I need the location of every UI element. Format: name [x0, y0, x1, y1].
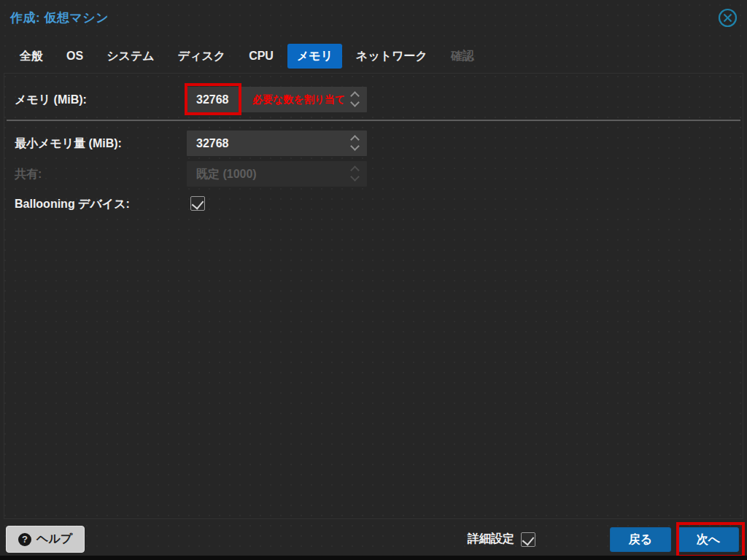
ballooning-checkbox[interactable]: [190, 196, 205, 211]
memory-label: メモリ (MiB):: [15, 87, 87, 112]
section-divider: [7, 120, 740, 121]
red-highlight-next-button: [676, 522, 745, 558]
min-memory-stepper[interactable]: [349, 131, 362, 156]
dialog-header: 作成: 仮想マシン: [0, 0, 747, 38]
tab-os[interactable]: OS: [57, 44, 93, 69]
create-vm-dialog: 作成: 仮想マシン 全般 OS システム ディスク CPU メモリ ネットワーク…: [0, 0, 747, 560]
memory-form-panel: メモリ (MiB): 32768 必要な数を割り当て 最小メモリ量 (MiB):…: [4, 73, 743, 519]
min-memory-row: 最小メモリ量 (MiB): 32768: [11, 131, 736, 156]
tab-cpu[interactable]: CPU: [239, 44, 283, 69]
help-button[interactable]: ? ヘルプ: [6, 526, 85, 553]
shares-row: 共有: 既定 (1000): [11, 161, 736, 187]
stepper-down-icon[interactable]: [350, 141, 360, 151]
wizard-tabbar: 全般 OS システム ディスク CPU メモリ ネットワーク 確認: [10, 43, 737, 69]
stepper-down-icon: [350, 172, 360, 182]
back-button[interactable]: 戻る: [610, 527, 671, 552]
dialog-title: 作成: 仮想マシン: [10, 9, 109, 26]
memory-row: メモリ (MiB): 32768 必要な数を割り当て: [11, 87, 736, 112]
memory-stepper[interactable]: [349, 87, 362, 112]
shares-value: 既定 (1000): [196, 161, 257, 187]
shares-stepper: [349, 161, 362, 187]
memory-input[interactable]: 32768 必要な数を割り当て: [187, 87, 367, 112]
shares-label: 共有:: [15, 161, 42, 187]
help-icon: ?: [18, 533, 31, 546]
tab-network[interactable]: ネットワーク: [347, 44, 437, 69]
close-icon[interactable]: [718, 8, 738, 28]
ballooning-row: Ballooning デバイス:: [11, 191, 736, 217]
help-button-label: ヘルプ: [36, 532, 72, 547]
advanced-checkbox[interactable]: [521, 532, 535, 547]
bottom-edge: [0, 556, 747, 560]
stepper-down-icon[interactable]: [350, 98, 360, 107]
shares-input: 既定 (1000): [187, 161, 367, 187]
min-memory-input[interactable]: 32768: [187, 131, 367, 156]
tab-general[interactable]: 全般: [10, 44, 53, 69]
min-memory-value[interactable]: 32768: [196, 131, 229, 156]
advanced-settings: 詳細設定: [468, 526, 535, 553]
tab-system[interactable]: システム: [97, 44, 164, 69]
ballooning-label: Ballooning デバイス:: [15, 191, 130, 217]
min-memory-label: 最小メモリ量 (MiB):: [15, 131, 122, 156]
advanced-label: 詳細設定: [468, 532, 514, 547]
next-button-wrap: 次へ: [678, 527, 739, 552]
dialog-footer: ? ヘルプ 詳細設定 戻る 次へ: [0, 519, 747, 556]
tab-confirm: 確認: [441, 44, 484, 69]
tab-disks[interactable]: ディスク: [169, 44, 236, 69]
red-highlight-memory-value: [185, 83, 241, 115]
tab-memory[interactable]: メモリ: [287, 44, 342, 69]
memory-validation-message: 必要な数を割り当て: [252, 87, 345, 112]
